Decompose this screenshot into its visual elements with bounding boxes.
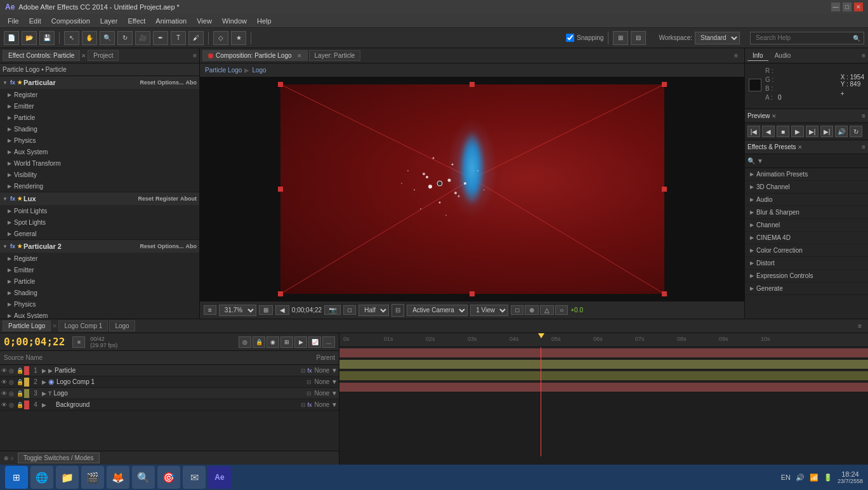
toolbar-camera[interactable]: 🎥 — [135, 31, 150, 45]
tl-btn-motion[interactable]: ▶ — [294, 336, 307, 348]
effect-header-particular2[interactable]: ▼ fx ★ Particular 2 Reset Options... Abo — [0, 240, 199, 253]
ep-audio[interactable]: ▶ Audio — [745, 194, 868, 206]
lock-icon-2[interactable]: 🔒 — [16, 379, 24, 385]
layer-switch-1[interactable]: ⊟ — [301, 368, 306, 374]
breadcrumb-item-1[interactable]: Particle Logo — [205, 67, 242, 74]
tl-tab-logo[interactable]: Logo — [109, 321, 135, 331]
menu-help[interactable]: Help — [252, 16, 277, 26]
sub-world-transform[interactable]: ▶World Transform — [0, 157, 199, 169]
info-panel-menu[interactable]: ≡ — [862, 52, 865, 59]
lock-icon-4[interactable]: 🔒 — [16, 402, 24, 408]
toolbar-open[interactable]: 📂 — [22, 31, 37, 45]
viewer-btn-3d[interactable]: □ — [343, 305, 356, 315]
tl-btn-group[interactable]: ⊞ — [280, 336, 293, 348]
sub-register-p2[interactable]: ▶Register — [0, 253, 199, 264]
toolbar-pen[interactable]: ✒ — [153, 31, 168, 45]
taskbar-ae[interactable]: Ae — [208, 466, 231, 489]
effect-header-lux[interactable]: ▼ fx ★ Lux Reset Register About — [0, 192, 199, 205]
expand-icon-2[interactable]: ▶ — [42, 379, 46, 385]
layer-switch-3[interactable]: ⊟ — [306, 390, 312, 397]
tl-close-1[interactable]: ✕ — [52, 322, 57, 329]
minimize-button[interactable]: — — [831, 3, 840, 11]
ep-3d-channel[interactable]: ▶ 3D Channel — [745, 181, 868, 194]
toolbar-text[interactable]: T — [171, 31, 186, 45]
toolbar-new[interactable]: 📄 — [4, 31, 19, 45]
solo-icon-4[interactable]: ◎ — [9, 402, 16, 408]
quality-select[interactable]: Half — [358, 305, 389, 316]
viewer-btn-toggle[interactable]: ⊟ — [391, 304, 404, 317]
layer-name-4[interactable]: Background — [56, 401, 301, 408]
camera-select[interactable]: Active Camera — [407, 305, 468, 316]
lock-icon-3[interactable]: 🔒 — [16, 390, 24, 397]
tl-btn-graph[interactable]: 📈 — [308, 336, 321, 348]
prev-btn-start[interactable]: |◀ — [747, 126, 760, 137]
tab-project[interactable]: Project — [88, 50, 119, 61]
layer-name-3[interactable]: Logo — [54, 390, 307, 397]
ep-channel[interactable]: ▶ Channel — [745, 219, 868, 232]
sub-aux-system[interactable]: ▶Aux System — [0, 146, 199, 157]
sub-rendering[interactable]: ▶Rendering — [0, 180, 199, 192]
panel-menu-icon[interactable]: ≡ — [193, 52, 197, 59]
comp-tab-particle-logo[interactable]: Composition: Particle Logo ✕ — [202, 50, 308, 61]
sub-physics[interactable]: ▶Physics — [0, 135, 199, 146]
sub-emitter[interactable]: ▶Emitter — [0, 100, 199, 112]
composition-canvas[interactable] — [280, 84, 664, 294]
tl-btn-more[interactable]: … — [322, 336, 335, 348]
comp-tab-layer[interactable]: Layer: Particle — [309, 50, 361, 61]
taskbar-volume[interactable]: 🔊 — [796, 473, 805, 482]
comp-panel-menu[interactable]: ≡ — [734, 52, 742, 59]
view-select[interactable]: 1 View — [470, 305, 508, 316]
tl-btn-solo[interactable]: ◎ — [239, 336, 251, 348]
solo-icon-1[interactable]: ◎ — [9, 368, 16, 374]
menu-file[interactable]: File — [3, 16, 24, 26]
layer-name-2[interactable]: Logo Comp 1 — [56, 378, 306, 385]
taskbar-network[interactable]: 📶 — [810, 473, 819, 482]
menu-view[interactable]: View — [192, 16, 217, 26]
viewer-btn-e1[interactable]: □ — [511, 305, 523, 315]
ep-expression-controls[interactable]: ▶ Expression Controls — [745, 270, 868, 282]
maximize-button[interactable]: □ — [843, 3, 852, 11]
ep-blur-sharpen[interactable]: ▶ Blur & Sharpen — [745, 206, 868, 219]
tab-effect-controls[interactable]: Effect Controls: Particle — [3, 50, 80, 61]
expand-icon-4[interactable]: ▶ — [42, 402, 46, 408]
taskbar-firefox[interactable]: 🦊 — [107, 466, 129, 489]
menu-layer[interactable]: Layer — [95, 16, 123, 26]
lock-icon-1[interactable]: 🔒 — [16, 368, 24, 374]
viewer-btn-prev[interactable]: ◀ — [275, 305, 289, 315]
effect-header-particular[interactable]: ▼ fx ★ Particular Reset Options... Abo — [0, 76, 199, 89]
toolbar-mask[interactable]: ◇ — [213, 31, 228, 45]
preview-menu[interactable]: ≡ — [862, 112, 865, 119]
viewer-btn-fit[interactable]: ⊞ — [259, 305, 273, 315]
menu-effect[interactable]: Effect — [122, 16, 150, 26]
eye-icon-2[interactable]: 👁 — [1, 379, 9, 385]
prev-btn-loop[interactable]: ↻ — [850, 126, 862, 137]
expand-icon-3[interactable]: ▶ — [42, 390, 46, 397]
toolbar-zoom[interactable]: 🔍 — [100, 31, 115, 45]
sub-register[interactable]: ▶Register — [0, 89, 199, 100]
toolbar-hand[interactable]: ✋ — [82, 31, 97, 45]
expand-icon-1b[interactable]: ▶ — [48, 368, 53, 374]
snapping-checkbox[interactable] — [566, 34, 574, 42]
close-button[interactable]: ✕ — [854, 3, 863, 11]
options-btn[interactable]: Options... — [157, 79, 184, 86]
taskbar-app1[interactable]: 🎯 — [157, 466, 180, 489]
expand-icon-1[interactable]: ▶ — [42, 368, 46, 374]
toolbar-save[interactable]: 💾 — [39, 31, 55, 45]
breadcrumb-item-2[interactable]: Logo — [252, 67, 266, 74]
ep-animation-presets[interactable]: ▶ Animation Presets — [745, 168, 868, 181]
prev-btn-prev-frame[interactable]: ◀ — [762, 126, 775, 137]
tab-info[interactable]: Info — [747, 51, 768, 61]
register-btn-lux[interactable]: Register — [155, 195, 178, 202]
toolbar-shape[interactable]: ★ — [231, 31, 246, 45]
about-btn[interactable]: Abo — [186, 79, 197, 86]
comp-tab-close[interactable]: ✕ — [297, 53, 302, 59]
toolbar-rotate[interactable]: ↻ — [117, 31, 133, 45]
layer-name-1[interactable]: Particle — [55, 367, 301, 374]
tab-close[interactable]: ✕ — [81, 53, 86, 59]
toolbar-select[interactable]: ↖ — [64, 31, 79, 45]
eye-icon-3[interactable]: 👁 — [1, 390, 9, 397]
taskbar-start[interactable]: ⊞ — [5, 466, 28, 489]
sub-particle-p2[interactable]: ▶Particle — [0, 275, 199, 287]
solo-icon-2[interactable]: ◎ — [9, 379, 16, 385]
viewer-btn-menu[interactable]: ≡ — [204, 305, 216, 315]
